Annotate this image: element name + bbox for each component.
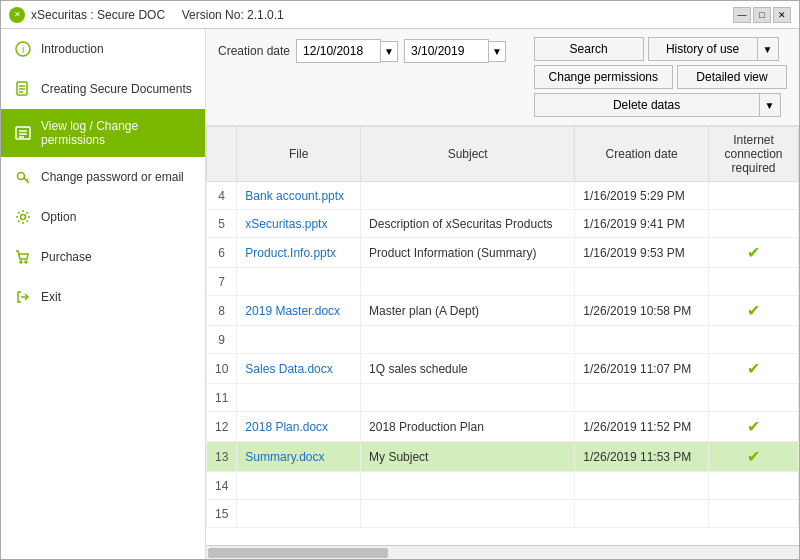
- data-table: File Subject Creation date Internet conn…: [206, 126, 799, 528]
- table-container: File Subject Creation date Internet conn…: [206, 126, 799, 545]
- file-link[interactable]: xSecuritas.pptx: [245, 217, 327, 231]
- gear-icon: [13, 207, 33, 227]
- maximize-button[interactable]: □: [753, 7, 771, 23]
- row-creation-date: 1/26/2019 10:58 PM: [575, 296, 709, 326]
- row-subject: 2018 Production Plan: [361, 412, 575, 442]
- row-file[interactable]: [237, 472, 361, 500]
- toolbar-filter: Creation date ▼ ▼: [218, 37, 506, 63]
- row-number: 6: [207, 238, 237, 268]
- row-internet-required: [709, 268, 799, 296]
- row-number: 7: [207, 268, 237, 296]
- row-number: 5: [207, 210, 237, 238]
- row-creation-date: [575, 268, 709, 296]
- row-file[interactable]: 2018 Plan.docx: [237, 412, 361, 442]
- history-arrow[interactable]: ▼: [758, 37, 779, 61]
- horizontal-scrollbar[interactable]: [206, 545, 799, 559]
- row-number: 14: [207, 472, 237, 500]
- row-subject: [361, 500, 575, 528]
- row-file[interactable]: [237, 326, 361, 354]
- row-file[interactable]: Sales Data.docx: [237, 354, 361, 384]
- delete-arrow[interactable]: ▼: [760, 93, 781, 117]
- date-to-select: ▼: [404, 39, 506, 63]
- row-internet-required: [709, 326, 799, 354]
- table-row[interactable]: 9: [207, 326, 799, 354]
- row-subject: [361, 268, 575, 296]
- table-row[interactable]: 10Sales Data.docx1Q sales schedule1/26/2…: [207, 354, 799, 384]
- row-subject: 1Q sales schedule: [361, 354, 575, 384]
- titlebar-left: xSecuritas : Secure DOC Version No: 2.1.…: [9, 7, 284, 23]
- row-number: 8: [207, 296, 237, 326]
- date-to-input[interactable]: [404, 39, 489, 63]
- row-file[interactable]: Product.Info.pptx: [237, 238, 361, 268]
- table-row[interactable]: 6Product.Info.pptxProduct Information (S…: [207, 238, 799, 268]
- check-icon: ✔: [747, 244, 760, 261]
- row-file[interactable]: [237, 268, 361, 296]
- scrollbar-thumb[interactable]: [208, 548, 388, 558]
- row-creation-date: 1/16/2019 9:41 PM: [575, 210, 709, 238]
- row-file[interactable]: Bank account.pptx: [237, 182, 361, 210]
- table-row[interactable]: 4Bank account.pptx1/16/2019 5:29 PM: [207, 182, 799, 210]
- file-link[interactable]: Summary.docx: [245, 450, 324, 464]
- row-number: 10: [207, 354, 237, 384]
- check-icon: ✔: [747, 418, 760, 435]
- row-file[interactable]: 2019 Master.docx: [237, 296, 361, 326]
- toolbar-row-2: Change permissions Detailed view: [534, 65, 787, 89]
- table-row[interactable]: 13Summary.docxMy Subject1/26/2019 11:53 …: [207, 442, 799, 472]
- main-panel: Creation date ▼ ▼ Search History of u: [206, 29, 799, 559]
- detailed-view-button[interactable]: Detailed view: [677, 65, 787, 89]
- table-row[interactable]: 15: [207, 500, 799, 528]
- row-subject: Description of xSecuritas Products: [361, 210, 575, 238]
- row-creation-date: [575, 500, 709, 528]
- row-creation-date: 1/26/2019 11:07 PM: [575, 354, 709, 384]
- row-number: 12: [207, 412, 237, 442]
- file-link[interactable]: Bank account.pptx: [245, 189, 344, 203]
- close-button[interactable]: ✕: [773, 7, 791, 23]
- file-link[interactable]: Sales Data.docx: [245, 362, 332, 376]
- change-permissions-button[interactable]: Change permissions: [534, 65, 673, 89]
- row-subject: Product Information (Summary): [361, 238, 575, 268]
- row-creation-date: [575, 384, 709, 412]
- date-to-arrow[interactable]: ▼: [489, 41, 506, 62]
- sidebar-item-exit[interactable]: Exit: [1, 277, 205, 317]
- file-link[interactable]: Product.Info.pptx: [245, 246, 336, 260]
- sidebar-item-option[interactable]: Option: [1, 197, 205, 237]
- row-subject: Master plan (A Dept): [361, 296, 575, 326]
- table-row[interactable]: 7: [207, 268, 799, 296]
- sidebar-item-label: Introduction: [41, 42, 104, 56]
- row-creation-date: 1/26/2019 11:52 PM: [575, 412, 709, 442]
- table-row[interactable]: 5xSecuritas.pptxDescription of xSecurita…: [207, 210, 799, 238]
- check-icon: ✔: [747, 448, 760, 465]
- minimize-button[interactable]: —: [733, 7, 751, 23]
- window-controls: — □ ✕: [733, 7, 791, 23]
- file-link[interactable]: 2019 Master.docx: [245, 304, 340, 318]
- col-subject: Subject: [361, 127, 575, 182]
- row-internet-required: [709, 182, 799, 210]
- row-file[interactable]: Summary.docx: [237, 442, 361, 472]
- sidebar-item-introduction[interactable]: i Introduction: [1, 29, 205, 69]
- sidebar-item-purchase[interactable]: Purchase: [1, 237, 205, 277]
- date-from-input[interactable]: [296, 39, 381, 63]
- search-button[interactable]: Search: [534, 37, 644, 61]
- sidebar-item-changepassword[interactable]: Change password or email: [1, 157, 205, 197]
- row-file[interactable]: xSecuritas.pptx: [237, 210, 361, 238]
- table-row[interactable]: 122018 Plan.docx2018 Production Plan1/26…: [207, 412, 799, 442]
- row-file[interactable]: [237, 500, 361, 528]
- history-button[interactable]: History of use: [648, 37, 758, 61]
- creation-date-label: Creation date: [218, 44, 290, 58]
- info-icon: i: [13, 39, 33, 59]
- table-row[interactable]: 14: [207, 472, 799, 500]
- delete-datas-button[interactable]: Delete datas: [534, 93, 760, 117]
- table-row[interactable]: 82019 Master.docxMaster plan (A Dept)1/2…: [207, 296, 799, 326]
- table-row[interactable]: 11: [207, 384, 799, 412]
- sidebar-item-creating[interactable]: Creating Secure Documents: [1, 69, 205, 109]
- row-file[interactable]: [237, 384, 361, 412]
- file-link[interactable]: 2018 Plan.docx: [245, 420, 328, 434]
- row-subject: [361, 384, 575, 412]
- sidebar-item-viewlog[interactable]: View log / Change permissions: [1, 109, 205, 157]
- row-number: 13: [207, 442, 237, 472]
- toolbar: Creation date ▼ ▼ Search History of u: [206, 29, 799, 126]
- date-from-arrow[interactable]: ▼: [381, 41, 398, 62]
- row-subject: My Subject: [361, 442, 575, 472]
- row-internet-required: [709, 210, 799, 238]
- row-creation-date: 1/26/2019 11:53 PM: [575, 442, 709, 472]
